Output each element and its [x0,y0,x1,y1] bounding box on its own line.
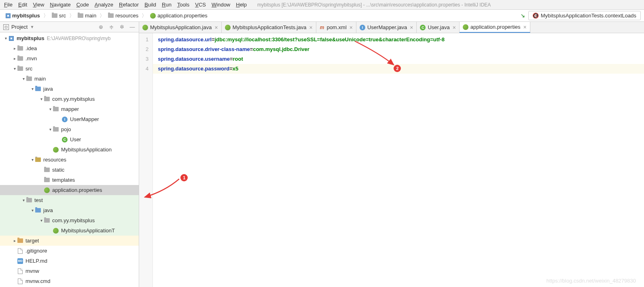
tree-item-user[interactable]: User [0,134,139,145]
menu-file[interactable]: File [4,2,13,8]
tree-arrow-icon[interactable]: ▸ [12,46,17,51]
tree-arrow-icon[interactable]: ▾ [3,36,8,40]
menu-run[interactable]: Run [162,2,172,8]
build-icon[interactable]: ↘ [521,13,525,19]
tree-item-templates[interactable]: templates [0,175,139,185]
menu-code[interactable]: Code [76,2,89,8]
close-icon[interactable]: × [214,24,218,31]
menu-edit[interactable]: Edit [18,2,27,8]
code-line[interactable]: spring.datasource.password=x5 [153,64,644,74]
tree-arrow-icon[interactable]: ▾ [48,127,53,132]
tree-item-com-yy-mybitsplus[interactable]: ▾ com.yy.mybitsplus [0,215,139,225]
close-icon[interactable]: × [309,24,312,31]
tree-item-com-yy-mybitsplus[interactable]: ▾ com.yy.mybitsplus [0,94,139,104]
tree-arrow-icon[interactable]: ▾ [39,97,44,101]
tree-item-java[interactable]: ▾ java [0,84,139,94]
menu-build[interactable]: Build [144,2,156,8]
breadcrumb-main[interactable]: main [75,12,99,19]
tree-arrow-icon[interactable]: ▾ [30,157,35,162]
tree-item-src[interactable]: ▾ src [0,64,139,74]
tree-item-java[interactable]: ▾ java [0,205,139,215]
spring-icon [463,24,468,30]
editor-area: MybitsplusApplication.java × MybitsplusA… [139,22,644,287]
tree-item-pojo[interactable]: ▾ pojo [0,124,139,134]
menubar: FileEditViewNavigateCodeAnalyzeRefactorB… [0,0,644,10]
tree-item-mvnw-cmd[interactable]: mvnw.cmd [0,276,139,286]
tree-arrow-icon[interactable]: ▾ [48,107,53,111]
tree-item-static[interactable]: static [0,165,139,175]
code-line[interactable]: spring.datasource.driver-class-name=com.… [158,45,639,54]
menu-refactor[interactable]: Refactor [119,2,139,8]
interface-icon [360,25,365,30]
menu-view[interactable]: View [33,2,44,8]
close-icon[interactable]: × [350,24,353,31]
file-icon [18,248,23,254]
menu-help[interactable]: Help [236,2,247,8]
menu-window[interactable]: Window [212,2,230,8]
tree-item-mvnw[interactable]: mvnw [0,266,139,276]
tree-item--mvn[interactable]: ▸ .mvn [0,53,139,64]
close-icon[interactable]: × [410,24,413,31]
breadcrumb-src[interactable]: src [49,12,68,19]
folder-icon [52,13,57,18]
close-icon[interactable]: × [523,24,526,30]
code-line[interactable]: spring.datasource.url=jdbc:mysql://local… [158,35,639,45]
tree-item-main[interactable]: ▾ main [0,74,139,84]
tree-item-test[interactable]: ▾ test [0,195,139,205]
folder-icon [17,66,23,71]
breadcrumb-resources[interactable]: resources [106,12,141,19]
tree-arrow-icon[interactable]: ▾ [39,218,44,223]
line-number: 2 [146,45,148,54]
tree-item-usermapper[interactable]: UserMapper [0,114,139,124]
tree-item-application-properties[interactable]: application.properties [0,185,139,195]
tree-arrow-icon[interactable]: ▸ [12,238,17,243]
code-content[interactable]: spring.datasource.url=jdbc:mysql://local… [153,33,644,287]
editor-tab-usermapper-java[interactable]: UserMapper.java × [356,22,417,33]
resources-folder-icon [35,157,41,162]
editor-tab-mybitsplusapplicationtests-java[interactable]: MybitsplusApplicationTests.java × [222,22,316,33]
tree-item--idea[interactable]: ▸ .idea [0,43,139,53]
tree-item-mybitsplus[interactable]: ▾ mybitsplusE:\JAVAWEBPRO\spring\myb [0,33,139,43]
locate-icon[interactable]: ⊕ [97,24,104,30]
tree-item-mapper[interactable]: ▾ mapper [0,104,139,114]
project-view-selector[interactable]: Project ▼ [3,24,97,30]
editor-tab-mybitsplusapplication-java[interactable]: MybitsplusApplication.java × [139,22,222,33]
menu-tools[interactable]: Tools [177,2,189,8]
editor-tab-pom-xml[interactable]: pom.xml × [316,22,356,33]
tree-item--gitignore[interactable]: .gitignore [0,246,139,256]
markdown-icon [17,258,23,264]
menu-analyze[interactable]: Analyze [95,2,113,8]
breadcrumb-file[interactable]: application.properties [148,12,210,19]
code-editor[interactable]: 1234 spring.datasource.url=jdbc:mysql://… [139,33,644,287]
hide-icon[interactable]: — [129,24,136,30]
folder-icon [44,218,50,223]
tree-item-mybitsplusapplication[interactable]: MybitsplusApplication [0,145,139,155]
tree-arrow-icon[interactable]: ▾ [12,66,17,71]
run-configuration-selector[interactable]: 🔇 MybitsplusApplicationTests.contextLoad… [528,11,641,20]
code-line[interactable]: spring.datasource.username=root [158,54,639,64]
tree-arrow-icon[interactable]: ▾ [21,77,26,81]
menu-vcs[interactable]: VCS [195,2,206,8]
tree-item-target[interactable]: ▸ target [0,236,139,246]
project-tree[interactable]: ▾ mybitsplusE:\JAVAWEBPRO\spring\myb ▸ .… [0,32,139,287]
folder-icon [35,87,41,91]
tree-arrow-icon[interactable]: ▸ [12,56,17,61]
close-icon[interactable]: × [453,24,456,31]
tree-item-mybitsplusapplicationt[interactable]: MybitsplusApplicationT [0,225,139,236]
tree-arrow-icon[interactable]: ▾ [30,208,35,213]
editor-tab-user-java[interactable]: User.java × [417,22,459,33]
window-title: mybitsplus [E:\JAVAWEBPRO\spring\mybitsp… [257,2,491,8]
folder-icon [17,238,23,243]
settings-icon[interactable]: ✲ [119,24,125,30]
tree-item-resources[interactable]: ▾ resources [0,155,139,165]
tree-arrow-icon[interactable]: ▾ [21,198,26,202]
collapse-all-icon[interactable]: ≑ [108,24,114,30]
menu-navigate[interactable]: Navigate [50,2,70,8]
spring-icon [142,25,148,30]
breadcrumb-root[interactable]: mybitsplus [3,12,42,19]
spring-icon [225,25,231,30]
spring-icon [44,187,50,193]
tree-item-help-md[interactable]: HELP.md [0,256,139,266]
editor-tab-application-properties[interactable]: application.properties × [460,22,530,33]
tree-arrow-icon[interactable]: ▾ [30,87,35,91]
